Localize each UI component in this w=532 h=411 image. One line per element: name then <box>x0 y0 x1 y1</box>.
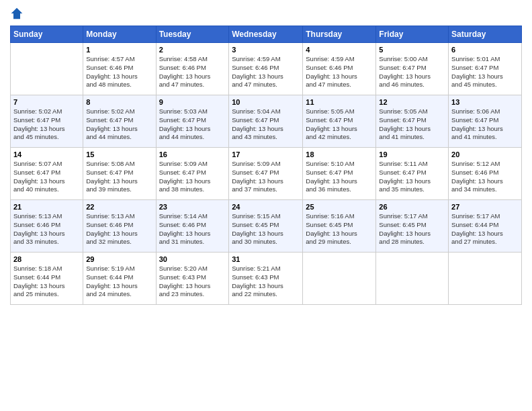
day-number: 6 <box>451 46 519 54</box>
page-container: SundayMondayTuesdayWednesdayThursdayFrid… <box>0 0 532 312</box>
day-info: Sunrise: 5:20 AM Sunset: 6:43 PM Dayligh… <box>159 265 226 299</box>
calendar-cell: 3Sunrise: 4:59 AM Sunset: 6:46 PM Daylig… <box>229 43 303 95</box>
day-info: Sunrise: 5:11 AM Sunset: 6:47 PM Dayligh… <box>379 160 445 194</box>
day-info: Sunrise: 5:13 AM Sunset: 6:46 PM Dayligh… <box>13 212 80 246</box>
day-info: Sunrise: 5:12 AM Sunset: 6:46 PM Dayligh… <box>451 160 519 194</box>
calendar-cell: 18Sunrise: 5:10 AM Sunset: 6:47 PM Dayli… <box>303 148 376 200</box>
calendar-cell: 7Sunrise: 5:02 AM Sunset: 6:47 PM Daylig… <box>11 95 83 148</box>
calendar-cell: 16Sunrise: 5:09 AM Sunset: 6:47 PM Dayli… <box>156 148 229 200</box>
day-number: 21 <box>13 203 80 211</box>
column-header-saturday: Saturday <box>449 26 522 43</box>
day-number: 20 <box>451 150 519 158</box>
calendar-cell: 1Sunrise: 4:57 AM Sunset: 6:46 PM Daylig… <box>83 43 156 95</box>
calendar-cell: 27Sunrise: 5:17 AM Sunset: 6:44 PM Dayli… <box>449 200 522 253</box>
day-number: 23 <box>159 203 226 211</box>
day-info: Sunrise: 5:04 AM Sunset: 6:47 PM Dayligh… <box>232 107 300 142</box>
header <box>10 7 522 20</box>
calendar-cell: 31Sunrise: 5:21 AM Sunset: 6:43 PM Dayli… <box>229 253 303 305</box>
week-row-4: 21Sunrise: 5:13 AM Sunset: 6:46 PM Dayli… <box>11 200 522 253</box>
header-row: SundayMondayTuesdayWednesdayThursdayFrid… <box>11 26 522 43</box>
calendar-cell: 23Sunrise: 5:14 AM Sunset: 6:46 PM Dayli… <box>156 200 229 253</box>
day-number: 25 <box>306 203 373 211</box>
week-row-1: 1Sunrise: 4:57 AM Sunset: 6:46 PM Daylig… <box>11 43 522 95</box>
calendar-cell <box>449 253 522 305</box>
day-number: 11 <box>306 98 373 106</box>
week-row-3: 14Sunrise: 5:07 AM Sunset: 6:47 PM Dayli… <box>11 148 522 200</box>
day-number: 2 <box>159 46 226 54</box>
calendar-cell: 6Sunrise: 5:01 AM Sunset: 6:47 PM Daylig… <box>449 43 522 95</box>
logo <box>10 7 26 20</box>
calendar-cell: 14Sunrise: 5:07 AM Sunset: 6:47 PM Dayli… <box>11 148 83 200</box>
day-number: 17 <box>232 150 300 158</box>
day-number: 13 <box>451 98 519 106</box>
column-header-wednesday: Wednesday <box>229 26 303 43</box>
day-info: Sunrise: 5:05 AM Sunset: 6:47 PM Dayligh… <box>306 107 373 142</box>
calendar-cell: 29Sunrise: 5:19 AM Sunset: 6:44 PM Dayli… <box>83 253 156 305</box>
day-number: 24 <box>232 203 300 211</box>
calendar-cell: 20Sunrise: 5:12 AM Sunset: 6:46 PM Dayli… <box>449 148 522 200</box>
calendar-cell <box>303 253 376 305</box>
calendar-cell: 30Sunrise: 5:20 AM Sunset: 6:43 PM Dayli… <box>156 253 229 305</box>
column-header-monday: Monday <box>83 26 156 43</box>
day-number: 4 <box>306 46 373 54</box>
day-info: Sunrise: 5:05 AM Sunset: 6:47 PM Dayligh… <box>379 107 445 142</box>
calendar-cell: 21Sunrise: 5:13 AM Sunset: 6:46 PM Dayli… <box>11 200 83 253</box>
column-header-sunday: Sunday <box>11 26 83 43</box>
week-row-2: 7Sunrise: 5:02 AM Sunset: 6:47 PM Daylig… <box>11 95 522 148</box>
day-info: Sunrise: 5:07 AM Sunset: 6:47 PM Dayligh… <box>13 160 80 194</box>
day-info: Sunrise: 5:17 AM Sunset: 6:44 PM Dayligh… <box>451 212 519 246</box>
column-header-thursday: Thursday <box>303 26 376 43</box>
day-info: Sunrise: 5:00 AM Sunset: 6:47 PM Dayligh… <box>379 55 445 89</box>
calendar-cell: 26Sunrise: 5:17 AM Sunset: 6:45 PM Dayli… <box>376 200 449 253</box>
calendar-cell <box>376 253 449 305</box>
day-number: 19 <box>379 150 445 158</box>
day-info: Sunrise: 5:18 AM Sunset: 6:44 PM Dayligh… <box>13 265 80 299</box>
day-info: Sunrise: 5:08 AM Sunset: 6:47 PM Dayligh… <box>86 160 152 194</box>
day-number: 30 <box>159 255 226 263</box>
day-number: 10 <box>232 98 300 106</box>
day-number: 12 <box>379 98 445 106</box>
day-info: Sunrise: 5:21 AM Sunset: 6:43 PM Dayligh… <box>232 265 300 299</box>
day-info: Sunrise: 5:15 AM Sunset: 6:45 PM Dayligh… <box>232 212 300 246</box>
day-number: 26 <box>379 203 445 211</box>
calendar-cell: 13Sunrise: 5:06 AM Sunset: 6:47 PM Dayli… <box>449 95 522 148</box>
day-number: 14 <box>13 150 80 158</box>
day-number: 28 <box>13 255 80 263</box>
day-info: Sunrise: 5:17 AM Sunset: 6:45 PM Dayligh… <box>379 212 445 246</box>
day-info: Sunrise: 5:16 AM Sunset: 6:45 PM Dayligh… <box>306 212 373 246</box>
calendar-cell: 15Sunrise: 5:08 AM Sunset: 6:47 PM Dayli… <box>83 148 156 200</box>
day-info: Sunrise: 5:09 AM Sunset: 6:47 PM Dayligh… <box>232 160 300 194</box>
day-info: Sunrise: 5:09 AM Sunset: 6:47 PM Dayligh… <box>159 160 226 194</box>
day-info: Sunrise: 5:14 AM Sunset: 6:46 PM Dayligh… <box>159 212 226 246</box>
logo-icon <box>10 7 24 20</box>
day-info: Sunrise: 5:01 AM Sunset: 6:47 PM Dayligh… <box>451 55 519 89</box>
calendar-cell: 25Sunrise: 5:16 AM Sunset: 6:45 PM Dayli… <box>303 200 376 253</box>
calendar-cell: 28Sunrise: 5:18 AM Sunset: 6:44 PM Dayli… <box>11 253 83 305</box>
day-info: Sunrise: 5:06 AM Sunset: 6:47 PM Dayligh… <box>451 107 519 142</box>
calendar-cell: 22Sunrise: 5:13 AM Sunset: 6:46 PM Dayli… <box>83 200 156 253</box>
day-info: Sunrise: 5:03 AM Sunset: 6:47 PM Dayligh… <box>159 107 226 142</box>
calendar-cell: 9Sunrise: 5:03 AM Sunset: 6:47 PM Daylig… <box>156 95 229 148</box>
day-number: 8 <box>86 98 152 106</box>
day-number: 18 <box>306 150 373 158</box>
day-info: Sunrise: 5:13 AM Sunset: 6:46 PM Dayligh… <box>86 212 152 246</box>
day-info: Sunrise: 5:02 AM Sunset: 6:47 PM Dayligh… <box>13 107 80 142</box>
day-number: 29 <box>86 255 152 263</box>
calendar-cell: 10Sunrise: 5:04 AM Sunset: 6:47 PM Dayli… <box>229 95 303 148</box>
day-number: 31 <box>232 255 300 263</box>
day-info: Sunrise: 4:58 AM Sunset: 6:46 PM Dayligh… <box>159 55 226 89</box>
day-number: 5 <box>379 46 445 54</box>
day-number: 7 <box>13 98 80 106</box>
day-number: 27 <box>451 203 519 211</box>
calendar-cell: 12Sunrise: 5:05 AM Sunset: 6:47 PM Dayli… <box>376 95 449 148</box>
calendar-cell: 8Sunrise: 5:02 AM Sunset: 6:47 PM Daylig… <box>83 95 156 148</box>
calendar-cell: 11Sunrise: 5:05 AM Sunset: 6:47 PM Dayli… <box>303 95 376 148</box>
calendar-cell: 19Sunrise: 5:11 AM Sunset: 6:47 PM Dayli… <box>376 148 449 200</box>
day-number: 15 <box>86 150 152 158</box>
day-number: 9 <box>159 98 226 106</box>
calendar-cell: 4Sunrise: 4:59 AM Sunset: 6:46 PM Daylig… <box>303 43 376 95</box>
svg-marker-0 <box>11 8 23 19</box>
day-info: Sunrise: 5:02 AM Sunset: 6:47 PM Dayligh… <box>86 107 152 142</box>
day-number: 3 <box>232 46 300 54</box>
day-info: Sunrise: 4:57 AM Sunset: 6:46 PM Dayligh… <box>86 55 152 89</box>
